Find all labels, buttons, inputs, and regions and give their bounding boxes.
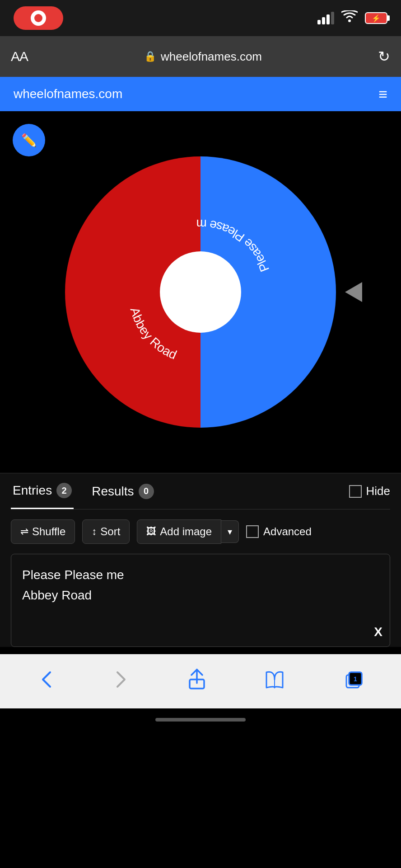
nav-bar: wheelofnames.com ≡ <box>0 77 401 111</box>
signal-bar-1 <box>317 20 321 24</box>
tab-entries-badge: 2 <box>56 483 72 498</box>
battery-icon: ⚡ <box>365 12 387 24</box>
tabs-button[interactable]: 1 <box>334 665 372 698</box>
edit-button[interactable]: ✏️ <box>13 124 45 156</box>
nav-brand: wheelofnames.com <box>14 87 122 101</box>
advanced-label: Advanced <box>263 525 312 538</box>
url-bar[interactable]: AA 🔒 wheelofnames.com ↻ <box>0 36 401 77</box>
shuffle-icon: ⇌ <box>20 526 28 538</box>
signal-bar-2 <box>322 17 325 24</box>
hide-section[interactable]: Hide <box>349 484 390 498</box>
text-size-control[interactable]: AA <box>11 49 28 64</box>
entries-textarea[interactable]: Please Please me Abbey Road <box>11 554 390 645</box>
url-field[interactable]: 🔒 wheelofnames.com <box>35 50 371 64</box>
lock-icon: 🔒 <box>144 51 156 62</box>
signal-bar-4 <box>331 12 334 24</box>
sort-button[interactable]: ↕ Sort <box>82 519 130 544</box>
hide-label: Hide <box>366 484 390 498</box>
sort-label: Sort <box>100 525 120 538</box>
tab-results-label: Results <box>92 484 134 499</box>
record-button[interactable] <box>14 6 63 30</box>
svg-text:1: 1 <box>354 675 357 683</box>
tabs-section: Entries 2 Results 0 Hide ⇌ Shuffle ↕ Sor… <box>0 473 401 647</box>
wheel-svg[interactable]: Please Please me Abbey Road <box>47 138 354 446</box>
tab-results[interactable]: Results 0 <box>90 473 155 509</box>
status-bar: ⚡ <box>0 0 401 36</box>
tab-entries[interactable]: Entries 2 <box>11 473 74 509</box>
toolbar-row: ⇌ Shuffle ↕ Sort 🖼 Add image ▾ Advanced <box>11 509 390 554</box>
add-image-button[interactable]: 🖼 Add image <box>137 519 221 544</box>
tab-entries-label: Entries <box>13 483 52 498</box>
home-bar <box>155 718 246 722</box>
wifi-icon <box>341 10 358 26</box>
add-image-label: Add image <box>160 525 212 538</box>
tabs-row: Entries 2 Results 0 Hide <box>11 473 390 509</box>
record-dot-inner <box>34 14 42 22</box>
record-dot <box>31 10 46 26</box>
url-domain: wheelofnames.com <box>161 50 262 64</box>
hide-checkbox[interactable] <box>349 485 362 498</box>
signal-bar-3 <box>326 14 330 24</box>
forward-icon <box>113 670 129 693</box>
status-right: ⚡ <box>317 10 387 26</box>
clear-button[interactable]: X <box>374 625 382 639</box>
svg-point-0 <box>348 19 351 22</box>
tabs-icon: 1 <box>343 670 363 693</box>
book-icon <box>265 670 284 693</box>
entries-area[interactable]: Please Please me Abbey Road X <box>11 554 390 647</box>
edit-icon: ✏️ <box>21 133 37 148</box>
advanced-checkbox[interactable] <box>246 525 259 538</box>
share-button[interactable] <box>179 664 215 699</box>
share-icon <box>188 669 206 694</box>
svg-point-1 <box>160 251 241 333</box>
tab-results-badge: 0 <box>139 484 154 499</box>
book-button[interactable] <box>256 665 294 698</box>
reload-icon[interactable]: ↻ <box>378 48 390 65</box>
sort-icon: ↕ <box>92 526 97 538</box>
add-image-group: 🖼 Add image ▾ <box>137 519 239 544</box>
bottom-bar: 1 <box>0 654 401 708</box>
image-icon: 🖼 <box>146 526 156 538</box>
nav-menu-icon[interactable]: ≡ <box>378 86 387 102</box>
wheel-pointer <box>345 282 362 302</box>
wheel-container[interactable]: Please Please me Abbey Road <box>47 138 354 446</box>
shuffle-label: Shuffle <box>32 525 65 538</box>
home-indicator <box>0 708 401 731</box>
back-button[interactable] <box>29 665 64 698</box>
signal-bars <box>317 12 334 24</box>
advanced-section[interactable]: Advanced <box>246 525 312 538</box>
status-left <box>14 6 63 30</box>
add-image-dropdown[interactable]: ▾ <box>221 520 239 543</box>
back-icon <box>38 670 55 693</box>
shuffle-button[interactable]: ⇌ Shuffle <box>11 519 75 544</box>
wheel-area[interactable]: ✏️ Please Please me Abbey Road <box>0 111 401 473</box>
forward-button[interactable] <box>104 665 138 698</box>
